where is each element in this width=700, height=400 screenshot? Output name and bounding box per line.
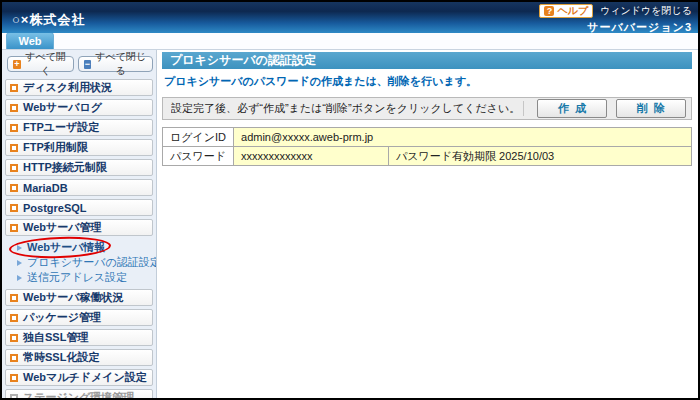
- sidebar-item-label: HTTP接続元制限: [23, 160, 107, 175]
- sidebar-item-label: 常時SSL化設定: [23, 350, 99, 365]
- collapse-all-button[interactable]: − すべて閉じる: [78, 56, 153, 72]
- table-row-login-id: ログインID admin@xxxxx.aweb-prm.jp: [163, 128, 692, 147]
- collapse-all-label: すべて閉じる: [94, 50, 147, 78]
- header: ○×株式会社 ? ヘルプ ウィンドウを閉じる サーババージョン3: [2, 2, 698, 33]
- menu-square-inner: [12, 396, 16, 399]
- header-right: ? ヘルプ ウィンドウを閉じる サーババージョン3: [539, 4, 692, 35]
- sidebar-item-label: Webサーバ管理: [23, 220, 102, 235]
- password-label: パスワード: [163, 147, 234, 166]
- arrow-bullet-icon: [17, 275, 22, 281]
- body: + すべて開く − すべて閉じる ディスク利用状況WebサーバログFTPユーザ設…: [2, 50, 698, 398]
- sidebar-item[interactable]: ディスク利用状況: [5, 79, 153, 96]
- expand-all-label: すべて開く: [24, 50, 68, 78]
- arrow-bullet-icon: [17, 260, 22, 266]
- sidebar-subitem-label: プロキシサーバの認証設定: [27, 255, 157, 270]
- sidebar-item-label: PostgreSQL: [23, 202, 87, 214]
- sidebar-item[interactable]: PostgreSQL: [5, 199, 153, 216]
- sidebar-item[interactable]: Webサーバ管理: [5, 219, 153, 236]
- divider: [523, 101, 524, 116]
- menu-square-inner: [12, 356, 16, 360]
- menu-square-inner: [12, 336, 16, 340]
- sidebar-subitem-label: Webサーバ情報: [27, 240, 106, 255]
- menu-square-inner: [12, 186, 16, 190]
- menu-square-inner: [12, 296, 16, 300]
- delete-button[interactable]: 削除: [616, 99, 686, 118]
- sidebar-item-label: FTPユーザ設定: [23, 120, 99, 135]
- menu-square-inner: [12, 316, 16, 320]
- minus-square-icon: −: [84, 60, 92, 69]
- password-expiry: パスワード有効期限 2025/10/03: [389, 147, 692, 166]
- app-window: ○×株式会社 ? ヘルプ ウィンドウを閉じる サーババージョン3 Web + す…: [0, 0, 700, 400]
- menu-square-icon: [10, 224, 18, 232]
- menu-square-icon: [10, 124, 18, 132]
- sidebar-item-label: Webサーバログ: [23, 100, 102, 115]
- sidebar-item-label: Webマルチドメイン設定: [23, 370, 147, 385]
- create-button[interactable]: 作成: [537, 99, 607, 118]
- sidebar-subitem[interactable]: Webサーバ情報: [17, 240, 153, 255]
- menu-square-icon: [10, 374, 18, 382]
- sidebar-item-label: MariaDB: [23, 182, 68, 194]
- plus-square-icon: +: [13, 60, 21, 69]
- menu-square-inner: [12, 126, 16, 130]
- menu-square-inner: [12, 86, 16, 90]
- menu-square-inner: [12, 166, 16, 170]
- company-name: ○×株式会社: [12, 11, 85, 29]
- menu-square-icon: [10, 104, 18, 112]
- sidebar-item[interactable]: MariaDB: [5, 179, 153, 196]
- login-id-value: admin@xxxxx.aweb-prm.jp: [234, 128, 692, 147]
- password-value: xxxxxxxxxxxxx: [234, 147, 389, 166]
- sidebar-item[interactable]: Webサーバログ: [5, 99, 153, 116]
- expand-all-button[interactable]: + すべて開く: [7, 56, 74, 72]
- sidebar-item[interactable]: 常時SSL化設定: [5, 349, 153, 366]
- close-window-link[interactable]: ウィンドウを閉じる: [600, 4, 692, 18]
- auth-settings-table: ログインID admin@xxxxx.aweb-prm.jp パスワード xxx…: [162, 127, 692, 166]
- page-title: プロキシサーバの認証設定: [162, 52, 692, 69]
- sidebar-item[interactable]: パッケージ管理: [5, 309, 153, 326]
- help-button[interactable]: ? ヘルプ: [539, 4, 593, 18]
- sidebar-menu: ディスク利用状況WebサーバログFTPユーザ設定FTP利用制限HTTP接続元制限…: [5, 79, 153, 398]
- sidebar-item[interactable]: HTTP接続元制限: [5, 159, 153, 176]
- arrow-bullet-icon: [17, 245, 22, 251]
- server-version: サーババージョン3: [587, 20, 692, 35]
- question-icon: ?: [544, 6, 554, 16]
- menu-square-icon: [10, 144, 18, 152]
- sidebar-toolbar: + すべて開く − すべて閉じる: [7, 56, 153, 72]
- sidebar-item-label: 独自SSL管理: [23, 330, 88, 345]
- menu-square-icon: [10, 314, 18, 322]
- sidebar-item-label: Webサーバ稼働状況: [23, 290, 124, 305]
- menu-square-icon: [10, 354, 18, 362]
- sidebar-subitem-label: 送信元アドレス設定: [27, 270, 127, 285]
- menu-square-inner: [12, 376, 16, 380]
- sidebar-item[interactable]: Webマルチドメイン設定: [5, 369, 153, 386]
- action-bar: 設定完了後、必ず“作成”または“削除”ボタンをクリックしてください。 作成 削除: [162, 97, 692, 120]
- sidebar-item-label: パッケージ管理: [23, 310, 101, 325]
- menu-square-inner: [12, 146, 16, 150]
- instruction-text: 設定完了後、必ず“作成”または“削除”ボタンをクリックしてください。: [171, 101, 519, 116]
- sidebar-item[interactable]: FTP利用制限: [5, 139, 153, 156]
- help-label: ヘルプ: [557, 4, 588, 18]
- page-description: プロキシサーバのパスワードの作成または、削除を行います。: [164, 74, 692, 89]
- menu-square-inner: [12, 106, 16, 110]
- sidebar-item-label: ディスク利用状況: [23, 80, 112, 95]
- menu-square-icon: [10, 84, 18, 92]
- sidebar-item-label: FTP利用制限: [23, 140, 88, 155]
- sidebar-subitem[interactable]: 送信元アドレス設定: [17, 270, 153, 285]
- menu-square-icon: [10, 394, 18, 399]
- menu-square-inner: [12, 206, 16, 210]
- sidebar-item-label: ステージング環境管理: [23, 390, 134, 398]
- tab-web[interactable]: Web: [6, 32, 54, 49]
- menu-square-icon: [10, 184, 18, 192]
- table-row-password: パスワード xxxxxxxxxxxxx パスワード有効期限 2025/10/03: [163, 147, 692, 166]
- login-id-label: ログインID: [163, 128, 234, 147]
- tab-bar: Web: [2, 33, 698, 50]
- sidebar-item[interactable]: FTPユーザ設定: [5, 119, 153, 136]
- sidebar-item[interactable]: 独自SSL管理: [5, 329, 153, 346]
- sidebar-item: ステージング環境管理: [5, 389, 153, 398]
- menu-square-icon: [10, 164, 18, 172]
- header-links: ? ヘルプ ウィンドウを閉じる: [539, 4, 692, 18]
- menu-square-inner: [12, 226, 16, 230]
- sidebar-subitem[interactable]: プロキシサーバの認証設定: [17, 255, 153, 270]
- sidebar-item[interactable]: Webサーバ稼働状況: [5, 289, 153, 306]
- menu-square-icon: [10, 294, 18, 302]
- menu-square-icon: [10, 204, 18, 212]
